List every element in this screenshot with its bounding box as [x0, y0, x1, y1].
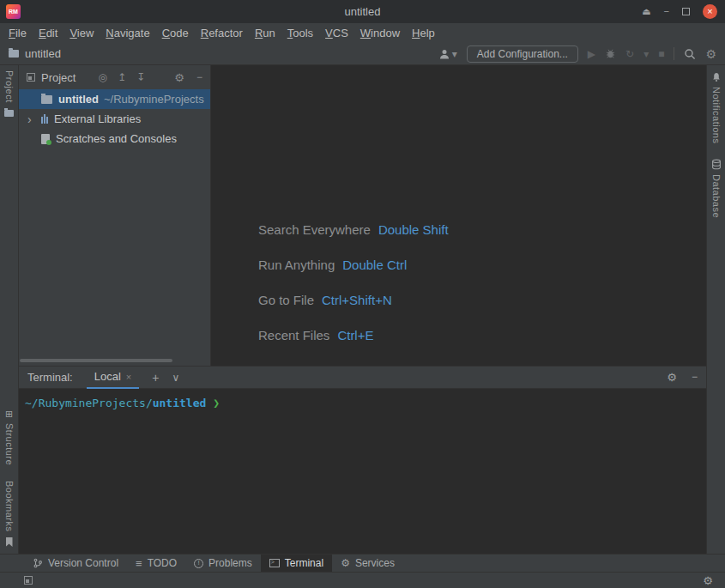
collapse-all-icon[interactable]: ↧	[136, 72, 145, 82]
close-tab-icon[interactable]: ×	[126, 372, 131, 382]
shortcut-label: Go to File	[258, 293, 314, 307]
toolbar-actions: ▾ Add Configuration... ▶ ↻ ▾ ■ ⚙	[438, 45, 716, 63]
editor-area[interactable]: Search Everywhere Double Shift Run Anyth…	[211, 65, 706, 366]
shade-window-button[interactable]: ⏏	[642, 7, 650, 16]
center-area: Project ◎ ↥ ↧ ⚙ −	[19, 65, 706, 554]
services-icon: ⚙	[341, 558, 350, 568]
menu-window[interactable]: Window	[354, 27, 406, 39]
toolwindow-label: TODO	[148, 557, 177, 569]
shortcut-hints: Search Everywhere Double Shift Run Anyth…	[258, 212, 449, 353]
menu-vcs[interactable]: VCS	[319, 27, 354, 39]
stripe-structure-tab[interactable]: Structure	[4, 423, 15, 465]
menu-help[interactable]: Help	[406, 27, 441, 39]
scratches-icon	[41, 134, 50, 144]
toolwindow-problems[interactable]: Problems	[185, 555, 261, 572]
terminal-gear-icon[interactable]: ⚙	[667, 372, 677, 383]
toolwindow-label: Problems	[208, 557, 252, 569]
right-stripe: Notifications Database	[706, 65, 725, 554]
shortcut-label: Search Everywhere	[258, 222, 371, 237]
tree-item-external-libraries[interactable]: › External Libraries	[19, 109, 210, 129]
terminal-title: Terminal:	[27, 371, 73, 384]
chevron-right-icon[interactable]: ›	[27, 113, 32, 125]
shortcut-keys: Ctrl+E	[337, 328, 373, 342]
version-control-icon	[33, 558, 43, 568]
rubymine-logo-text: RM	[9, 9, 18, 15]
window-controls: ⏏ − ×	[642, 4, 719, 19]
project-panel-title: Project	[41, 71, 76, 84]
expand-all-icon[interactable]: ↥	[118, 72, 126, 82]
folder-icon	[41, 95, 52, 104]
menu-file[interactable]: File	[3, 27, 33, 39]
menu-tools[interactable]: Tools	[281, 27, 319, 39]
menu-edit[interactable]: Edit	[33, 27, 63, 39]
terminal-panel: Terminal: Local × + ∨ ⚙ − ~/RubymineProj…	[19, 366, 706, 554]
todo-icon: ≡	[136, 558, 142, 569]
menu-navigate[interactable]: Navigate	[100, 27, 155, 39]
run-button[interactable]: ▶	[588, 49, 595, 59]
stop-button[interactable]: ■	[658, 49, 664, 59]
library-icon	[41, 114, 48, 124]
tree-item-untitled[interactable]: untitled ~/RubymineProjects	[19, 89, 210, 109]
shortcut-keys: Double Ctrl	[342, 258, 407, 272]
project-tree: untitled ~/RubymineProjects › External L…	[19, 89, 210, 149]
menu-run[interactable]: Run	[249, 27, 281, 39]
toolwindow-services[interactable]: ⚙ Services	[332, 555, 403, 572]
prompt-directory: untitled	[153, 397, 207, 409]
user-icon	[438, 48, 450, 60]
settings-gear-icon[interactable]: ⚙	[705, 48, 716, 60]
titlebar: RM untitled ⏏ − ×	[0, 0, 725, 23]
panel-gear-icon[interactable]: ⚙	[174, 72, 184, 83]
terminal-output[interactable]: ~/RubymineProjects/untitled❯	[19, 389, 706, 554]
stripe-notifications-tab[interactable]: Notifications	[711, 87, 722, 143]
menu-refactor[interactable]: Refactor	[195, 27, 249, 39]
shortcut-keys: Ctrl+Shift+N	[322, 293, 392, 307]
toolwindow-label: Terminal	[285, 557, 323, 569]
terminal-tab-label: Local	[94, 370, 121, 383]
shortcut-line: Search Everywhere Double Shift	[258, 212, 449, 247]
hide-terminal-icon[interactable]: −	[692, 372, 698, 383]
coverage-button[interactable]: ↻	[625, 49, 634, 59]
project-folder-icon	[9, 50, 19, 58]
run-options-caret-icon[interactable]: ▾	[643, 49, 649, 59]
hide-panel-icon[interactable]: −	[196, 72, 202, 83]
new-terminal-session-icon[interactable]: +	[152, 372, 159, 384]
close-button[interactable]: ×	[703, 4, 717, 19]
problems-icon	[194, 559, 203, 568]
shortcut-label: Recent Files	[258, 328, 329, 342]
shortcut-line: Go to File Ctrl+Shift+N	[258, 282, 449, 318]
stripe-bookmarks-tab[interactable]: Bookmarks	[4, 481, 15, 532]
toolwindow-terminal[interactable]: Terminal	[261, 555, 332, 572]
add-configuration-button[interactable]: Add Configuration...	[467, 45, 578, 63]
terminal-header: Terminal: Local × + ∨ ⚙ −	[19, 367, 706, 389]
stripe-project-tab[interactable]: Project	[4, 70, 15, 103]
tree-item-scratches[interactable]: Scratches and Consoles	[19, 129, 210, 149]
menu-code[interactable]: Code	[156, 27, 195, 39]
restore-button[interactable]	[682, 8, 690, 15]
debug-icon[interactable]	[605, 48, 616, 59]
shortcut-line: Run Anything Double Ctrl	[258, 247, 449, 282]
tree-item-label: Scratches and Consoles	[56, 132, 177, 145]
background-tasks-icon[interactable]: ⚙	[703, 574, 713, 587]
horizontal-scrollbar[interactable]	[20, 359, 172, 362]
notifications-bell-icon	[711, 72, 722, 82]
menu-bar: File Edit View Navigate Code Refactor Ru…	[0, 23, 725, 43]
breadcrumb[interactable]: untitled	[25, 47, 61, 60]
search-everywhere-icon[interactable]	[684, 48, 696, 60]
locate-file-icon[interactable]: ◎	[98, 72, 106, 82]
user-menu[interactable]: ▾	[438, 48, 457, 60]
toolwindow-todo[interactable]: ≡ TODO	[127, 555, 185, 572]
structure-icon: ⊞	[5, 409, 13, 419]
terminal-icon	[269, 559, 280, 567]
terminal-tab-local[interactable]: Local ×	[87, 367, 140, 389]
terminal-dropdown-icon[interactable]: ∨	[172, 373, 179, 383]
toolwindow-version-control[interactable]: Version Control	[24, 555, 127, 572]
toolwindow-switcher-icon[interactable]	[24, 576, 33, 585]
minimize-button[interactable]: −	[664, 7, 669, 16]
stripe-database-tab[interactable]: Database	[711, 174, 722, 218]
menu-view[interactable]: View	[63, 27, 100, 39]
prompt-path: ~/RubymineProjects/	[25, 397, 153, 409]
shortcut-line: Recent Files Ctrl+E	[258, 318, 449, 353]
tree-item-label: untitled	[58, 93, 99, 106]
tree-item-label: External Libraries	[54, 112, 141, 125]
tree-item-hint: ~/RubymineProjects	[104, 93, 204, 106]
